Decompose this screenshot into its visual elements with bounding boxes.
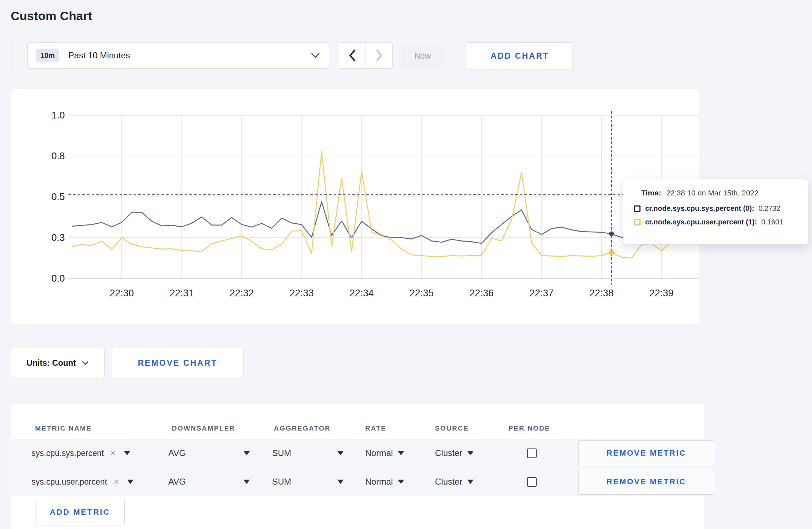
x-axis-label: 22:38 — [589, 288, 614, 299]
col-header-metric-name: METRIC NAME — [35, 424, 92, 432]
caret-down-icon[interactable] — [398, 480, 404, 484]
custom-chart-page: Custom Chart 10m Past 10 Minutes Now ADD… — [0, 0, 812, 529]
caret-down-icon[interactable] — [124, 451, 130, 455]
now-button[interactable]: Now — [401, 44, 444, 68]
y-axis-label: 0.3 — [51, 232, 65, 243]
tooltip-series-row: cr.node.sys.cpu.sys.percent (0):0.2732 — [634, 204, 797, 213]
downsampler-select[interactable]: AVG — [168, 448, 186, 458]
caret-down-icon[interactable] — [337, 451, 344, 455]
tooltip-time-value: 22:38:10 on Mar 15th, 2022 — [666, 189, 759, 197]
tooltip-series-label: cr.node.sys.cpu.user.percent (1): — [645, 218, 757, 226]
rate-select[interactable]: Normal — [365, 448, 393, 458]
col-header-rate: RATE — [365, 424, 386, 432]
chevron-right-icon — [375, 49, 383, 62]
time-range-label: Past 10 Minutes — [68, 50, 130, 60]
col-header-downsampler: DOWNSAMPLER — [172, 424, 235, 432]
y-axis-label: 0.8 — [51, 151, 65, 161]
chart-card: 0.00.30.50.81.022:3022:3122:3222:3322:34… — [11, 89, 699, 324]
caret-down-icon[interactable] — [467, 451, 474, 455]
crosshair-dot-user — [609, 250, 614, 255]
rate-select[interactable]: Normal — [365, 477, 393, 487]
chevron-left-icon — [348, 49, 356, 62]
caret-down-icon[interactable] — [127, 480, 134, 484]
time-nav-group — [339, 42, 393, 69]
tooltip-series-row: cr.node.sys.cpu.user.percent (1):0.1601 — [634, 218, 797, 226]
prev-time-button[interactable] — [339, 42, 366, 69]
per-node-checkbox[interactable] — [527, 477, 537, 487]
col-header-source: SOURCE — [435, 424, 469, 432]
source-select[interactable]: Cluster — [435, 448, 462, 458]
downsampler-select[interactable]: AVG — [168, 477, 186, 487]
x-axis-label: 22:32 — [229, 288, 254, 299]
caret-down-icon[interactable] — [337, 480, 344, 484]
y-axis-label: 0.5 — [51, 191, 65, 202]
crosshair-dot-sys — [609, 231, 614, 236]
chevron-down-icon — [82, 361, 89, 365]
y-axis-label: 0.0 — [51, 273, 65, 284]
metric-row: sys.cpu.user.percent × AVG SUM Normal Cl… — [11, 467, 704, 496]
col-header-per-node: PER NODE — [508, 424, 550, 432]
units-select[interactable]: Units: Count — [11, 348, 105, 378]
x-axis-label: 22:39 — [649, 288, 674, 299]
x-axis-label: 22:37 — [530, 288, 554, 299]
next-time-button[interactable] — [366, 42, 393, 69]
chevron-down-icon — [310, 52, 320, 59]
series-line-user — [72, 151, 691, 258]
remove-metric-button[interactable]: REMOVE METRIC — [578, 440, 714, 466]
caret-down-icon[interactable] — [243, 480, 250, 484]
y-axis-label: 1.0 — [51, 110, 65, 121]
metric-name-select[interactable]: sys.cpu.user.percent — [32, 477, 107, 487]
caret-down-icon[interactable] — [243, 451, 250, 455]
aggregator-select[interactable]: SUM — [272, 448, 291, 458]
page-title: Custom Chart — [11, 9, 92, 23]
x-axis-label: 22:33 — [290, 288, 314, 299]
add-chart-button[interactable]: ADD CHART — [467, 42, 573, 69]
metric-name-select[interactable]: sys.cpu.sys.percent — [32, 448, 104, 458]
chart-canvas[interactable]: 0.00.30.50.81.022:3022:3122:3222:3322:34… — [11, 89, 699, 324]
time-range-select[interactable]: 10m Past 10 Minutes — [27, 42, 329, 69]
remove-metric-button[interactable]: REMOVE METRIC — [578, 469, 714, 495]
per-node-checkbox[interactable] — [527, 448, 537, 458]
x-axis-label: 22:31 — [170, 288, 194, 299]
x-axis-label: 22:30 — [110, 288, 134, 299]
x-axis-label: 22:36 — [469, 288, 494, 299]
series-swatch-icon — [634, 219, 641, 225]
tooltip-time: Time: 22:38:10 on Mar 15th, 2022 — [641, 189, 797, 197]
metrics-table: METRIC NAME DOWNSAMPLER AGGREGATOR RATE … — [11, 404, 704, 529]
clear-metric-icon[interactable]: × — [110, 448, 116, 458]
time-range-badge: 10m — [36, 49, 59, 62]
tooltip-series-label: cr.node.sys.cpu.sys.percent (0): — [645, 204, 754, 213]
series-swatch-icon — [634, 205, 641, 212]
clear-metric-icon[interactable]: × — [113, 477, 119, 487]
units-select-label: Units: Count — [26, 358, 76, 368]
source-select[interactable]: Cluster — [435, 477, 462, 487]
tooltip-time-label: Time: — [641, 189, 661, 197]
metric-row: sys.cpu.sys.percent × AVG SUM Normal Clu… — [11, 439, 704, 467]
x-axis-label: 22:35 — [410, 288, 434, 299]
add-metric-button[interactable]: ADD METRIC — [35, 499, 125, 525]
caret-down-icon[interactable] — [467, 480, 474, 484]
tooltip-series-value: 0.2732 — [759, 204, 780, 213]
caret-down-icon[interactable] — [398, 451, 404, 455]
remove-chart-button[interactable]: REMOVE CHART — [112, 348, 243, 378]
toolbar-left-divider — [11, 42, 11, 69]
tooltip-series-value: 0.1601 — [761, 218, 783, 226]
chart-tooltip: Time: 22:38:10 on Mar 15th, 2022 cr.node… — [623, 179, 808, 244]
col-header-aggregator: AGGREGATOR — [274, 424, 331, 432]
aggregator-select[interactable]: SUM — [272, 477, 291, 487]
series-line-sys — [72, 202, 691, 243]
x-axis-label: 22:34 — [349, 288, 374, 299]
